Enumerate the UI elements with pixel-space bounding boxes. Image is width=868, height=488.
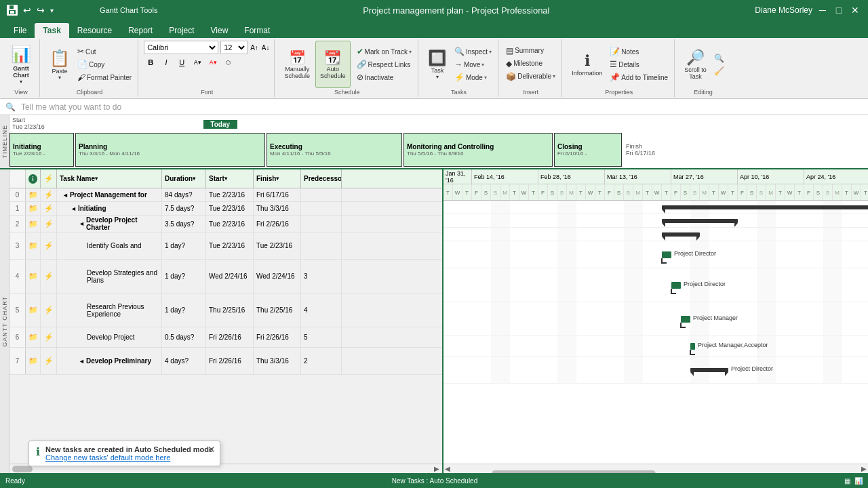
task-insert-btn[interactable]: 🔲 Task ▾ [424,41,451,88]
deliverable-arrow[interactable]: ▾ [553,73,555,79]
col-duration-header[interactable]: Duration ▾ [162,169,206,188]
details-btn[interactable]: ☰ Details [608,58,670,70]
tab-resource[interactable]: Resource [69,23,120,38]
notes-btn[interactable]: 📝 Notes [608,45,670,58]
font-face-select[interactable]: Calibri [144,41,218,54]
col-pred-header[interactable]: Predecessors [301,169,342,188]
tab-file[interactable]: File [5,23,35,38]
move-arrow[interactable]: ▾ [481,62,484,68]
format-painter-btn[interactable]: 🖌 Format Painter [75,71,134,83]
row-mode-0: ⚡ [41,188,57,201]
mode-arrow[interactable]: ▾ [484,75,487,81]
table-row[interactable]: 7 📁 ⚡ ◄Develop Preliminary 4 days? Fri 2… [9,348,442,375]
inactivate-label: Inactivate [365,74,394,81]
gantt-row: Project Manager,Acceptor [443,336,868,357]
format-painter-label: Format Painter [87,74,132,81]
table-row[interactable]: 5 📁 ⚡ Research Previous Experience 1 day… [9,293,442,327]
date-header-mar27: Mar 27, '16 [671,169,738,184]
row-mode-3: ⚡ [41,232,57,259]
font-size-up-icon[interactable]: A↑ [250,43,259,52]
underline-btn[interactable]: U [175,56,189,69]
summary-btn[interactable]: ▤ Summary [504,45,557,57]
copy-btn[interactable]: 📄 Copy [75,58,134,70]
table-row[interactable]: 6 📁 ⚡ Develop Project 0.5 days? Fri 2/26… [9,327,442,348]
manually-schedule-btn[interactable]: 📅 ManuallySchedule [280,41,314,88]
tooltip-link[interactable]: Change new tasks' default mode here [45,453,213,462]
inspect-arrow[interactable]: ▾ [489,49,492,55]
undo-btn[interactable]: ↩ [23,5,31,16]
col-finish-header[interactable]: Finish ▾ [254,169,301,188]
gantt-chart-btn[interactable]: 📊 GanttChart ▾ [7,41,35,88]
tab-project[interactable]: Project [161,23,202,38]
respect-links-btn[interactable]: 🔗 Respect Links [355,58,414,70]
title-bar-left: ↩ ↪ ▾ Gantt Chart Tools [7,5,157,16]
phase-planning: Planning Thu 3/3/16 - Mon 4/11/16 [75,133,265,167]
mode-btn[interactable]: ⚡ Mode ▾ [452,71,494,83]
scroll-right-gantt[interactable]: ▶ [861,465,867,472]
col-start-header[interactable]: Start ▾ [206,169,254,188]
table-row[interactable]: 0 📁 ⚡ ◄Project Management for 84 days? T… [9,188,442,202]
font-group-expand-icon[interactable]: ⬡ [226,60,231,66]
add-to-timeline-btn[interactable]: 📌 Add to Timeline [608,71,670,83]
paste-icon: 📋 [50,49,70,68]
minimize-btn[interactable]: ─ [816,4,829,16]
tooltip-close-btn[interactable]: ✕ [208,444,216,455]
formula-bar-placeholder[interactable]: Tell me what you want to do [21,102,121,112]
group-editing-label: Editing [676,89,730,96]
row-duration-4: 1 day? [162,260,206,293]
font-size-select[interactable]: 12 [220,41,248,54]
restore-btn[interactable]: □ [833,4,845,16]
tab-task[interactable]: Task [35,23,68,38]
table-row[interactable]: 2 📁 ⚡ ◄Develop Project Charter 3.5 days?… [9,216,442,232]
scroll-right-btn[interactable]: ▶ [434,465,439,472]
scroll-to-task-btn[interactable]: 🔎 Scroll toTask [680,41,711,88]
italic-btn[interactable]: I [159,56,173,69]
highlight-btn[interactable]: A▾ [191,56,204,69]
cut-btn[interactable]: ✂ Cut [75,45,134,58]
mark-on-track-arrow[interactable]: ▾ [409,49,412,55]
move-btn[interactable]: → Move ▾ [452,58,494,70]
bold-btn[interactable]: B [144,56,157,69]
save-icon[interactable] [7,5,18,16]
row-pred-7: 2 [301,348,342,374]
gantt-row [443,201,868,214]
gantt-dropdown-arrow[interactable]: ▾ [20,79,22,85]
gantt-left-label: GANTT CHART [0,169,9,473]
auto-schedule-btn[interactable]: 📆 AutoSchedule [315,41,351,88]
paste-btn[interactable]: 📋 Paste ▾ [45,41,74,88]
information-btn[interactable]: ℹ Information [568,41,606,88]
paste-arrow[interactable]: ▾ [58,75,61,81]
deliverable-btn[interactable]: 📦 Deliverable ▾ [504,70,557,83]
group-font: Calibri 12 A↑ A↓ B I U A▾ A▾ ⬡ Font [140,39,275,97]
tab-format[interactable]: Format [236,23,278,38]
paste-label: Paste [52,68,67,75]
scroll-left-gantt[interactable]: ◀ [445,465,450,472]
font-size-down-icon[interactable]: A↓ [261,43,271,52]
redo-btn[interactable]: ↪ [37,5,45,16]
inspect-btn[interactable]: 🔍 Inspect ▾ [452,45,494,58]
tab-report[interactable]: Report [120,23,161,38]
copy-label: Copy [89,61,104,68]
view-gantt-icon[interactable]: 📊 [854,477,863,485]
tab-view[interactable]: View [203,23,237,38]
font-color-btn[interactable]: A▾ [206,56,220,69]
milestone-btn[interactable]: ◆ Milestone [504,58,557,70]
view-normal-icon[interactable]: ▦ [844,477,850,485]
ribbon: 📊 GanttChart ▾ View 📋 Paste ▾ ✂ Cut 📄 [0,38,868,99]
scroll-to-task-icon: 🔎 [686,49,705,66]
task-insert-arrow[interactable]: ▾ [436,74,439,80]
details-label: Details [618,61,639,68]
inactivate-btn[interactable]: ⊘ Inactivate [355,71,414,83]
table-row[interactable]: 4 📁 ⚡ Develop Strategies and Plans 1 day… [9,260,442,293]
gantt-scrollbar[interactable]: ◀ ▶ [443,464,868,473]
find-btn[interactable]: 🔍 [712,52,726,64]
mark-on-track-btn[interactable]: ✔ Mark on Track ▾ [355,45,414,58]
col-name-header[interactable]: Task Name ▾ [57,169,162,188]
close-btn[interactable]: ✕ [849,4,861,16]
table-row[interactable]: 3 📁 ⚡ Identify Goals and 1 day? Tue 2/23… [9,232,442,260]
svg-rect-1 [9,5,14,9]
clear-btn[interactable]: 🧹 [712,65,726,77]
quick-access[interactable]: ▾ [50,7,54,14]
table-row[interactable]: 1 📁 ⚡ ◄Initiating 7.5 days? Tue 2/23/16 … [9,202,442,216]
tasks-col: 🔍 Inspect ▾ → Move ▾ ⚡ Mode ▾ [452,45,494,83]
